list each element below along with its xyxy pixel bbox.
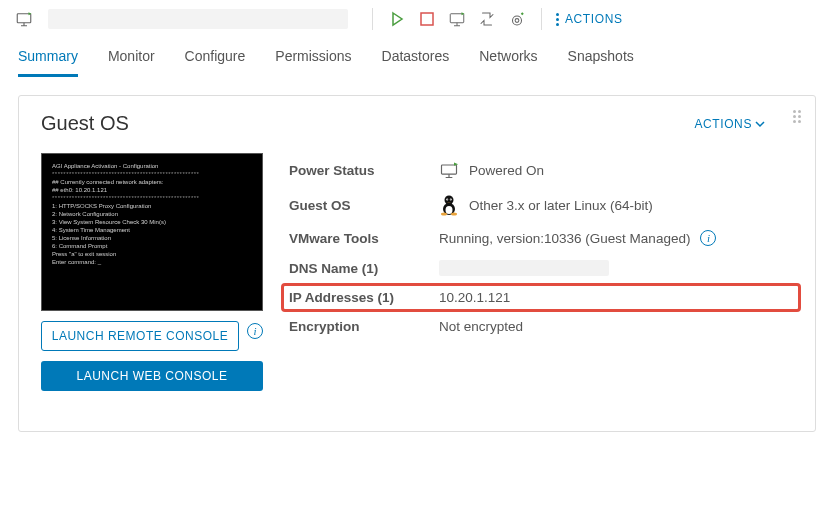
tab-label: Networks [479, 48, 537, 64]
row-ip-addresses-highlighted: IP Addresses (1) 10.20.1.121 [281, 283, 801, 312]
console-line: ****************************************… [52, 170, 252, 178]
panel-actions-menu[interactable]: ACTIONS [694, 117, 765, 131]
console-line: ## eth0: 10.20.1.121 [52, 186, 252, 194]
separator [372, 8, 373, 30]
button-label: LAUNCH REMOTE CONSOLE [52, 329, 229, 343]
console-line: 3: View System Resource Check 30 Min(s) [52, 218, 252, 226]
label-dns-name: DNS Name (1) [289, 261, 439, 276]
guest-os-panel: Guest OS ACTIONS AGI Appliance Activatio… [18, 95, 816, 432]
stop-icon[interactable] [417, 9, 437, 29]
tab-label: Monitor [108, 48, 155, 64]
row-dns-name: DNS Name (1) [289, 253, 793, 283]
tab-label: Summary [18, 48, 78, 64]
value-dns-name-redacted [439, 260, 609, 276]
info-icon[interactable]: i [247, 323, 263, 339]
chevron-down-icon [755, 119, 765, 129]
console-line: 4: System Time Management [52, 226, 252, 234]
label-ip-addresses: IP Addresses (1) [289, 290, 439, 305]
panel-actions-label: ACTIONS [694, 117, 752, 131]
tab-configure[interactable]: Configure [185, 42, 246, 77]
svg-point-12 [450, 199, 451, 200]
value-power-status: Powered On [469, 163, 544, 178]
vertical-dots-icon [556, 13, 559, 26]
console-line: 2: Network Configuration [52, 210, 252, 218]
value-vmware-tools: Running, version:10336 (Guest Managed) [439, 231, 690, 246]
svg-point-3 [513, 16, 522, 25]
svg-point-4 [515, 19, 519, 23]
label-power-status: Power Status [289, 163, 439, 178]
tab-monitor[interactable]: Monitor [108, 42, 155, 77]
panel-title: Guest OS [41, 112, 129, 135]
linux-penguin-icon [439, 194, 459, 216]
label-vmware-tools: VMware Tools [289, 231, 439, 246]
console-line: 5: License Information [52, 234, 252, 242]
tab-summary[interactable]: Summary [18, 42, 78, 77]
tab-label: Permissions [275, 48, 351, 64]
svg-point-14 [451, 213, 457, 216]
button-label: LAUNCH WEB CONSOLE [76, 369, 227, 383]
console-line: 1: HTTP/SOCKS Proxy Configuration [52, 202, 252, 210]
snapshot-icon[interactable] [507, 9, 527, 29]
svg-point-7 [446, 206, 453, 214]
svg-rect-5 [442, 165, 457, 174]
label-guest-os: Guest OS [289, 198, 439, 213]
console-thumbnail[interactable]: AGI Appliance Activation - Configuration… [41, 153, 263, 311]
row-guest-os: Guest OS Other 3.x or later Linux (64-bi… [289, 187, 793, 223]
launch-web-console-button[interactable]: LAUNCH WEB CONSOLE [41, 361, 263, 391]
top-toolbar: ACTIONS [0, 0, 834, 38]
guest-os-details: Power Status Powered On Guest OS [289, 153, 793, 341]
svg-rect-1 [421, 13, 433, 25]
play-icon[interactable] [387, 9, 407, 29]
label-encryption: Encryption [289, 319, 439, 334]
tab-datastores[interactable]: Datastores [382, 42, 450, 77]
tab-label: Snapshots [568, 48, 634, 64]
svg-point-13 [441, 213, 447, 216]
vm-monitor-icon [14, 9, 34, 29]
value-guest-os: Other 3.x or later Linux (64-bit) [469, 198, 653, 213]
console-line: 6: Command Prompt [52, 242, 252, 250]
migrate-icon[interactable] [477, 9, 497, 29]
value-encryption: Not encrypted [439, 319, 523, 334]
row-vmware-tools: VMware Tools Running, version:10336 (Gue… [289, 223, 793, 253]
info-icon[interactable]: i [700, 230, 716, 246]
row-power-status: Power Status Powered On [289, 153, 793, 187]
tab-networks[interactable]: Networks [479, 42, 537, 77]
tab-label: Configure [185, 48, 246, 64]
svg-point-8 [445, 196, 454, 205]
separator [541, 8, 542, 30]
launch-remote-console-button[interactable]: LAUNCH REMOTE CONSOLE [41, 321, 239, 351]
console-line: Press "a" to exit session [52, 250, 252, 258]
console-line: ****************************************… [52, 194, 252, 202]
console-line: Enter command: _ [52, 258, 252, 266]
drag-handle-icon[interactable] [793, 110, 801, 123]
tab-permissions[interactable]: Permissions [275, 42, 351, 77]
tab-label: Datastores [382, 48, 450, 64]
value-ip-addresses: 10.20.1.121 [439, 290, 510, 305]
svg-point-11 [447, 199, 448, 200]
row-encryption: Encryption Not encrypted [289, 312, 793, 341]
vm-name-redacted [48, 9, 348, 29]
tabs-bar: Summary Monitor Configure Permissions Da… [0, 42, 834, 77]
vm-monitor-icon [439, 160, 459, 180]
launch-console-icon[interactable] [447, 9, 467, 29]
console-line: ## Currently connected network adapters: [52, 178, 252, 186]
actions-menu[interactable]: ACTIONS [556, 12, 623, 26]
tab-snapshots[interactable]: Snapshots [568, 42, 634, 77]
actions-label: ACTIONS [565, 12, 623, 26]
console-line: AGI Appliance Activation - Configuration [52, 162, 252, 170]
